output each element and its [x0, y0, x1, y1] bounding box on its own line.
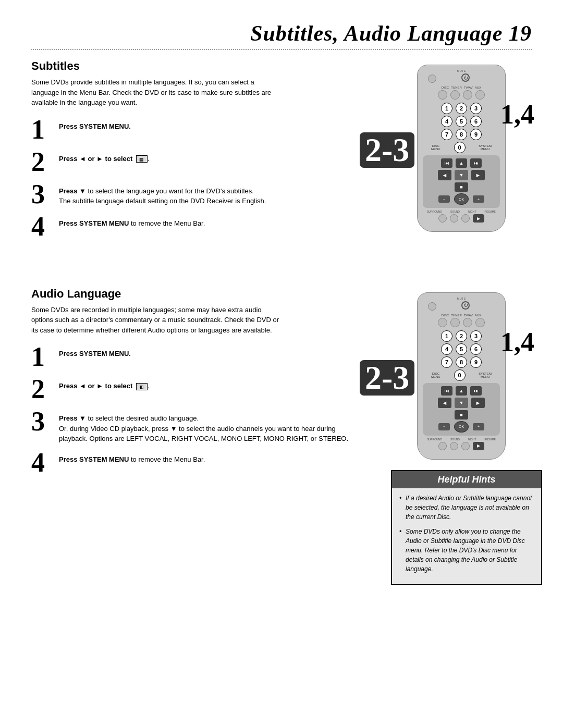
plus-btn-audio[interactable]: +	[473, 423, 484, 430]
num-row-789-audio: 7 8 9	[423, 356, 500, 368]
prev-btn-audio[interactable]: ⏮	[441, 386, 452, 396]
resume-btn-audio[interactable]: ▶	[473, 442, 484, 450]
num-1-audio[interactable]: 1	[441, 330, 452, 342]
num-8-audio[interactable]: 8	[456, 356, 467, 368]
next-btn[interactable]: ⏭	[470, 158, 482, 168]
num-4[interactable]: 4	[441, 116, 452, 127]
sound-btn[interactable]	[450, 214, 458, 223]
audio-language-description: Some DVDs are recorded in multiple langu…	[31, 305, 282, 336]
prev-btn[interactable]: ⏮	[441, 158, 452, 168]
mute-btn[interactable]	[428, 75, 436, 83]
num-7-audio[interactable]: 7	[441, 356, 452, 368]
right-btn-audio[interactable]: ►	[471, 398, 485, 408]
up-btn[interactable]: ▲	[456, 158, 467, 168]
audio-language-section: Audio Language Some DVDs are recorded in…	[31, 287, 532, 585]
night-btn[interactable]	[461, 214, 470, 223]
audio-step-number-3: 3	[31, 408, 55, 435]
audio-step-2: 2 Press ◄ or ► to select ◧.	[31, 376, 349, 403]
num-3-audio[interactable]: 3	[470, 330, 482, 342]
audio-step-1: 1 Press SYSTEM MENU.	[31, 343, 349, 371]
num-9-audio[interactable]: 9	[470, 356, 482, 368]
subtitles-step-1: 1 Press SYSTEM MENU.	[31, 116, 349, 143]
ok-vol-row-audio: − OK +	[425, 421, 498, 433]
num-5-audio[interactable]: 5	[456, 343, 467, 355]
stop-btn[interactable]: ■	[455, 182, 468, 192]
num-row-789: 7 8 9	[423, 129, 500, 140]
num-3[interactable]: 3	[470, 103, 482, 114]
night-btn-audio[interactable]	[461, 442, 470, 450]
mute-label: MUTE	[423, 69, 500, 72]
num-1[interactable]: 1	[441, 103, 452, 114]
source-btn-row	[423, 90, 500, 100]
page-title: Subtitles, Audio Language 19	[31, 21, 532, 46]
page-number: 19	[509, 21, 532, 45]
num-0-audio[interactable]: 0	[454, 369, 466, 381]
subtitles-section: Subtitles Some DVDs provide subtitles in…	[31, 59, 532, 245]
stop-row: ■	[425, 182, 498, 192]
num-8[interactable]: 8	[456, 129, 467, 140]
aux-btn[interactable]	[475, 90, 485, 100]
stop-btn-audio[interactable]: ■	[455, 410, 468, 419]
remote-control-subtitles: MUTE ⏻ DISCTUNERTV/AVAUX	[417, 65, 506, 232]
mute-btn-audio[interactable]	[428, 302, 436, 311]
step-text-2: Press ◄ or ► to select ▦.	[59, 149, 150, 164]
audio-step-4: 4 Press SYSTEM MENU to remove the Menu B…	[31, 449, 349, 476]
hint-1: If a desired Audio or Subtitle language …	[399, 493, 534, 522]
tuner-btn-audio[interactable]	[450, 318, 460, 327]
ok-btn[interactable]: OK	[454, 193, 469, 205]
power-btn[interactable]: ⏻	[461, 73, 470, 82]
remote-control-audio: MUTE ⏻ DISCTUNERTV/AVAUX	[417, 292, 506, 460]
overlay-14-subtitles: 1,4	[500, 101, 534, 128]
plus-btn[interactable]: +	[473, 195, 484, 203]
num-6-audio[interactable]: 6	[470, 343, 482, 355]
right-btn[interactable]: ►	[471, 170, 485, 180]
resume-btn[interactable]: ▶	[473, 214, 484, 223]
tuner-btn[interactable]	[450, 90, 460, 100]
arrow-row-audio: ◄ ▼ ►	[425, 398, 498, 408]
num-4-audio[interactable]: 4	[441, 343, 452, 355]
num-7[interactable]: 7	[441, 129, 452, 140]
next-btn-audio[interactable]: ⏭	[470, 386, 482, 396]
num-9[interactable]: 9	[470, 129, 482, 140]
num-5[interactable]: 5	[456, 116, 467, 127]
nav-section-audio: ⏮ ▲ ⏭ ◄ ▼ ► ■ −	[423, 383, 500, 436]
helpful-hints-body: If a desired Audio or Subtitle language …	[392, 488, 541, 584]
subtitles-step-2: 2 Press ◄ or ► to select ▦.	[31, 149, 349, 176]
num-6[interactable]: 6	[470, 116, 482, 127]
subtitles-step-4: 4 Press SYSTEM MENU to remove the Menu B…	[31, 213, 349, 240]
audio-language-content: Audio Language Some DVDs are recorded in…	[31, 287, 349, 585]
audio-step-number-1: 1	[31, 343, 55, 371]
surround-btn[interactable]	[438, 214, 447, 223]
ok-btn-audio[interactable]: OK	[454, 421, 469, 433]
num-0[interactable]: 0	[454, 142, 466, 153]
minus-btn-audio[interactable]: −	[438, 423, 450, 430]
audio-step-text-4: Press SYSTEM MENU to remove the Menu Bar…	[59, 449, 205, 465]
left-btn-audio[interactable]: ◄	[438, 398, 451, 408]
down-center-btn[interactable]: ▼	[455, 170, 468, 180]
aux-btn-audio[interactable]	[475, 318, 485, 327]
subtitles-content: Subtitles Some DVDs provide subtitles in…	[31, 59, 349, 245]
left-btn[interactable]: ◄	[438, 170, 451, 180]
power-btn-audio[interactable]: ⏻	[461, 301, 470, 310]
subtitles-step-3: 3 Press ▼ to select the language you wan…	[31, 181, 349, 208]
page: Subtitles, Audio Language 19 Subtitles S…	[0, 0, 563, 728]
transport-row: ⏮ ▲ ⏭	[425, 158, 498, 168]
num-2[interactable]: 2	[456, 103, 467, 114]
step-number-4: 4	[31, 213, 55, 240]
up-btn-audio[interactable]: ▲	[456, 386, 467, 396]
tvav-btn-audio[interactable]	[463, 318, 472, 327]
overlay-23-audio: 2-3	[360, 360, 414, 396]
nav-section: ⏮ ▲ ⏭ ◄ ▼ ► ■ −	[423, 155, 500, 208]
num-2-audio[interactable]: 2	[456, 330, 467, 342]
helpful-hints-box: Helpful Hints If a desired Audio or Subt…	[391, 470, 542, 585]
down-center-btn-audio[interactable]: ▼	[455, 398, 468, 408]
step-number-1: 1	[31, 116, 55, 143]
surround-btn-audio[interactable]	[438, 442, 447, 450]
tvav-btn[interactable]	[463, 90, 472, 100]
disc-btn-audio[interactable]	[438, 318, 447, 327]
transport-row-audio: ⏮ ▲ ⏭	[425, 386, 498, 396]
sound-btn-audio[interactable]	[450, 442, 458, 450]
subtitles-title: Subtitles	[31, 59, 349, 73]
disc-btn[interactable]	[438, 90, 447, 100]
minus-btn[interactable]: −	[438, 195, 450, 203]
